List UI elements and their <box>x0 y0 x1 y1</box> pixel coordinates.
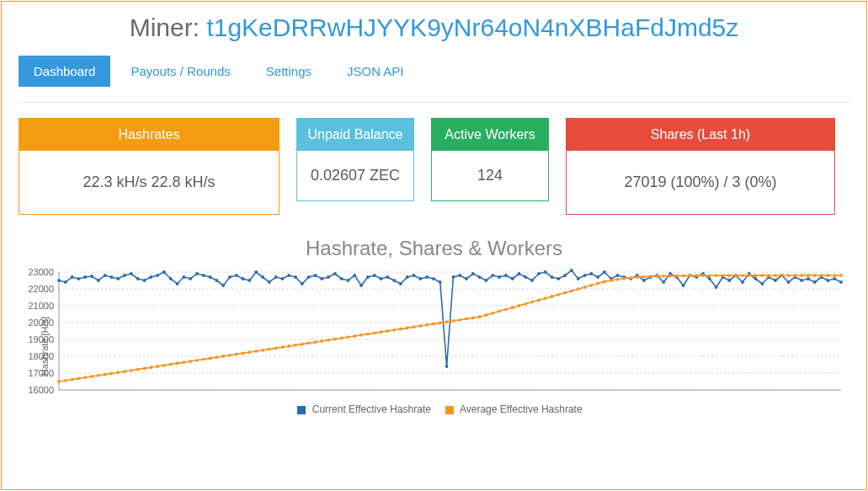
legend-swatch-current <box>297 406 306 414</box>
svg-point-198 <box>452 319 455 323</box>
svg-point-70 <box>399 282 402 286</box>
svg-point-212 <box>544 297 547 301</box>
card-workers: Active Workers 124 <box>431 118 549 201</box>
svg-point-227 <box>642 275 646 279</box>
svg-point-52 <box>281 277 285 280</box>
svg-point-220 <box>596 282 599 286</box>
svg-point-36 <box>176 282 179 286</box>
svg-point-72 <box>413 274 416 277</box>
svg-point-153 <box>156 365 159 368</box>
svg-point-232 <box>675 275 679 278</box>
svg-point-182 <box>347 336 350 339</box>
svg-point-223 <box>616 278 620 281</box>
svg-point-157 <box>182 361 185 365</box>
svg-point-58 <box>320 277 323 280</box>
legend-label-average: Average Effective Hashrate <box>460 403 583 415</box>
svg-point-37 <box>182 275 185 279</box>
svg-point-55 <box>301 282 304 286</box>
svg-point-190 <box>399 328 402 331</box>
svg-point-159 <box>195 359 199 362</box>
svg-point-89 <box>524 275 527 279</box>
svg-point-39 <box>195 272 199 275</box>
svg-point-83 <box>485 279 488 282</box>
svg-point-80 <box>465 277 468 280</box>
svg-point-31 <box>143 279 146 282</box>
svg-point-211 <box>537 299 541 302</box>
tab-dashboard[interactable]: Dashboard <box>19 56 110 87</box>
svg-point-57 <box>314 274 317 277</box>
svg-point-181 <box>340 337 343 340</box>
svg-point-43 <box>221 284 225 287</box>
svg-point-75 <box>432 277 435 280</box>
svg-point-143 <box>90 375 93 378</box>
svg-point-60 <box>333 272 337 275</box>
svg-point-206 <box>504 308 508 312</box>
svg-point-204 <box>491 312 494 315</box>
svg-point-229 <box>656 275 659 278</box>
svg-point-87 <box>511 277 514 280</box>
svg-point-167 <box>248 351 251 355</box>
svg-point-249 <box>787 275 791 278</box>
svg-point-183 <box>353 334 356 338</box>
svg-point-91 <box>537 272 541 275</box>
svg-point-236 <box>701 275 705 278</box>
svg-point-242 <box>741 275 744 278</box>
svg-point-228 <box>649 275 652 279</box>
svg-point-63 <box>353 274 356 277</box>
svg-point-117 <box>708 277 711 280</box>
svg-point-77 <box>445 365 449 368</box>
svg-point-225 <box>629 276 632 280</box>
svg-point-136 <box>833 277 836 280</box>
svg-point-142 <box>83 376 87 380</box>
svg-point-23 <box>90 275 93 278</box>
tab-payouts[interactable]: Payouts / Rounds <box>115 56 245 87</box>
svg-point-185 <box>366 333 370 336</box>
svg-point-203 <box>485 313 488 317</box>
tab-jsonapi[interactable]: JSON API <box>332 56 419 87</box>
svg-point-194 <box>425 323 429 327</box>
svg-point-93 <box>551 275 554 279</box>
svg-point-158 <box>189 360 192 363</box>
svg-point-147 <box>116 371 120 375</box>
svg-point-24 <box>97 279 100 282</box>
svg-point-69 <box>392 279 396 282</box>
svg-point-192 <box>413 326 416 329</box>
miner-address[interactable]: t1gKeDRRwHJYYK9yNr64oN4nXBHaFdJmd5z <box>206 13 738 41</box>
svg-point-122 <box>741 280 744 284</box>
tab-settings[interactable]: Settings <box>251 56 327 87</box>
svg-point-110 <box>662 280 665 284</box>
svg-point-252 <box>807 274 810 277</box>
svg-point-71 <box>406 275 409 279</box>
svg-point-101 <box>603 270 606 274</box>
svg-point-65 <box>366 275 370 279</box>
svg-point-125 <box>760 282 764 286</box>
svg-point-26 <box>110 275 114 279</box>
svg-point-118 <box>715 286 718 289</box>
tab-bar: Dashboard Payouts / Rounds Settings JSON… <box>19 56 849 87</box>
svg-point-215 <box>563 291 567 295</box>
svg-point-129 <box>787 280 791 284</box>
svg-point-226 <box>636 275 639 279</box>
svg-point-146 <box>110 372 114 376</box>
svg-point-175 <box>301 343 304 346</box>
svg-point-247 <box>774 275 777 278</box>
svg-point-76 <box>439 280 442 284</box>
chart-legend: Current Effective Hashrate Average Effec… <box>19 403 849 415</box>
svg-point-235 <box>695 275 698 278</box>
svg-point-231 <box>668 275 672 278</box>
svg-point-51 <box>274 275 278 279</box>
svg-point-177 <box>314 341 317 344</box>
svg-point-213 <box>551 295 554 298</box>
svg-point-135 <box>826 279 829 282</box>
page-title: Miner: t1gKeDRRwHJYYK9yNr64oN4nXBHaFdJmd… <box>19 2 849 56</box>
chart-area: Hashrate [H/s] 1600017000180001900020000… <box>19 267 849 425</box>
svg-point-224 <box>622 277 626 280</box>
svg-point-113 <box>682 284 685 287</box>
card-unpaid-label: Unpaid Balance <box>297 119 413 151</box>
svg-point-67 <box>380 277 383 280</box>
svg-point-53 <box>287 274 290 277</box>
svg-point-94 <box>556 277 560 280</box>
svg-point-127 <box>774 279 777 282</box>
svg-point-56 <box>307 275 311 279</box>
card-shares-value: 27019 (100%) / 3 (0%) <box>567 151 834 214</box>
